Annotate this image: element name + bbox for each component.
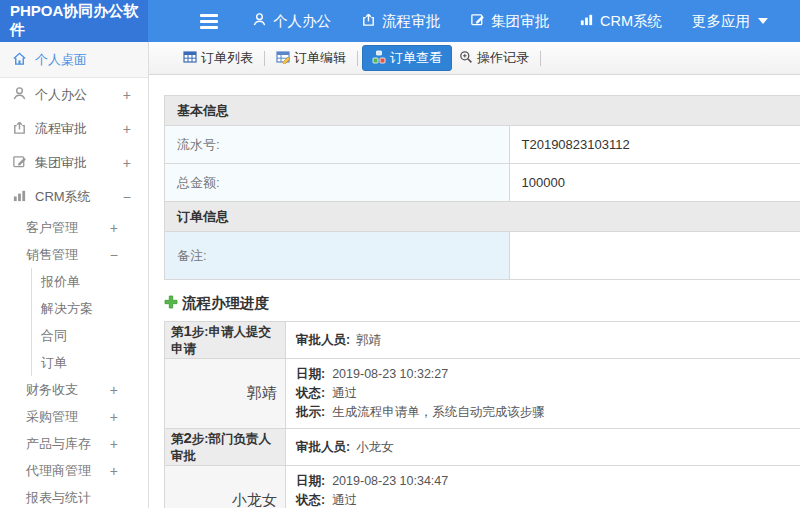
process-step-row: 第2步:部门负责人审批 审批人员:小龙女 [165,429,800,466]
expand-toggle[interactable]: + [110,463,118,479]
sidebar-item-workflow-approval[interactable]: 流程审批 + [0,112,148,146]
approval-detail-cell: 日期:2019-08-23 10:32:27 状态:通过 批示:生成流程申请单，… [286,359,800,429]
submit-arrow-icon [12,120,27,138]
tab-separator [540,51,541,66]
sidebar-label: 采购管理 [26,408,78,426]
sidebar-label: 流程审批 [35,120,87,138]
tab-order-edit[interactable]: 订单编辑 [269,45,353,71]
expand-toggle[interactable]: + [123,121,131,137]
sidebar-item-customer-mgmt[interactable]: 客户管理 + [0,214,148,241]
remark-line: 批示:生成流程申请单，系统自动完成该步骤 [296,403,800,422]
sidebar-item-personal-office[interactable]: 个人办公 + [0,78,148,112]
sidebar-item-crm[interactable]: CRM系统 − [0,180,148,214]
table-icon [183,50,197,67]
process-step-row: 第1步:申请人提交申请 审批人员:郭靖 [165,322,800,359]
tab-label: 订单编辑 [294,49,346,67]
app-logo: PHPOA协同办公软件 [0,0,148,42]
edit-square-icon [470,12,485,30]
approver-name: 小龙女 [356,440,394,454]
sidebar-label: 财务收支 [26,381,78,399]
nav-label: 流程审批 [382,12,440,31]
tab-order-view[interactable]: 订单查看 [362,45,452,71]
sidebar-item-desktop[interactable]: 个人桌面 [0,42,148,78]
remark-value [509,232,800,280]
table-row: 流水号: T20190823103112 [165,126,800,164]
expand-toggle[interactable]: + [110,220,118,236]
serial-number-value: T20190823103112 [509,126,800,164]
approver-name: 郭靖 [356,333,381,347]
nav-item-personal-office[interactable]: 个人办公 [252,12,331,31]
date-line: 日期:2019-08-23 10:32:27 [296,365,800,384]
total-amount-label: 总金额: [165,164,510,202]
sidebar-item-sales-mgmt[interactable]: 销售管理 − [0,241,148,268]
total-amount-value: 100000 [509,164,800,202]
collapse-toggle[interactable]: − [123,189,131,205]
status-line: 状态:通过 [296,384,800,403]
approver-label: 审批人员: [296,333,350,347]
approval-detail-cell: 日期:2019-08-23 10:34:47 状态:通过 批示:通过 [286,466,800,508]
sidebar-item-contract[interactable]: 合同 [31,322,148,349]
tab-label: 订单查看 [390,49,442,67]
process-section-title: 流程办理进度 [164,294,800,313]
step-label: 第2步:部门负责人审批 [165,429,286,466]
sidebar: 个人桌面 个人办公 + 流程审批 + 集团审批 + CRM系统 − 客户管理 +… [0,42,149,508]
content-area: 基本信息 流水号: T20190823103112 总金额: 100000 订单… [149,75,800,508]
process-detail-row: 郭靖 日期:2019-08-23 10:32:27 状态:通过 批示:生成流程申… [165,359,800,429]
tab-label: 操作记录 [477,49,529,67]
sidebar-item-quotation[interactable]: 报价单 [31,268,148,295]
collapse-toggle[interactable]: − [110,247,118,263]
main-area: 订单列表 订单编辑 订单查看 操作记录 基本信息 [149,42,800,508]
expand-toggle[interactable]: + [123,155,131,171]
tab-order-list[interactable]: 订单列表 [176,45,260,71]
nav-item-workflow-approval[interactable]: 流程审批 [361,12,440,31]
process-title-text: 流程办理进度 [182,294,269,313]
sidebar-label: 集团审批 [35,154,87,172]
tab-label: 订单列表 [201,49,253,67]
approver-name-cell: 郭靖 [165,359,286,429]
sidebar-item-products[interactable]: 产品与库存 + [0,430,148,457]
expand-toggle[interactable]: + [110,409,118,425]
user-icon [12,86,27,104]
process-table: 第1步:申请人提交申请 审批人员:郭靖 郭靖 日期:2019-08-23 10:… [164,321,800,508]
expand-toggle[interactable]: + [123,87,131,103]
nav-label: 更多应用 [692,12,750,31]
top-menu: 个人办公 流程审批 集团审批 CRM系统 更多应用 [252,12,768,31]
green-plus-icon [164,295,178,313]
flow-view-icon [372,50,386,67]
sidebar-label: 产品与库存 [26,435,91,453]
tab-separator [357,51,358,66]
table-row: 备注: [165,232,800,280]
step-label: 第1步:申请人提交申请 [165,322,286,359]
tab-operation-log[interactable]: 操作记录 [452,45,536,71]
expand-toggle[interactable]: + [110,436,118,452]
order-info-header: 订单信息 [165,202,800,232]
section-header-row: 订单信息 [165,202,800,232]
basic-info-header: 基本信息 [165,96,800,126]
nav-label: 集团审批 [491,12,549,31]
nav-item-crm[interactable]: CRM系统 [579,12,662,31]
date-line: 日期:2019-08-23 10:34:47 [296,472,800,491]
nav-label: CRM系统 [600,12,662,31]
sidebar-item-purchase[interactable]: 采购管理 + [0,403,148,430]
sidebar-label: 代理商管理 [26,462,91,480]
nav-item-group-approval[interactable]: 集团审批 [470,12,549,31]
sidebar-item-agents[interactable]: 代理商管理 + [0,457,148,484]
tab-bar: 订单列表 订单编辑 订单查看 操作记录 [149,42,800,75]
sidebar-item-finance[interactable]: 财务收支 + [0,376,148,403]
hamburger-menu-icon[interactable] [200,14,218,29]
sidebar-label: 解决方案 [41,300,93,318]
sidebar-label: 报表与统计 [26,489,91,507]
nav-item-more-apps[interactable]: 更多应用 [692,12,768,31]
section-header-row: 基本信息 [165,96,800,126]
table-edit-icon [276,50,290,67]
sidebar-item-reports[interactable]: 报表与统计 [0,484,148,508]
sidebar-item-solution[interactable]: 解决方案 [31,295,148,322]
edit-square-icon [12,154,27,172]
sidebar-label: 订单 [41,354,67,372]
user-icon [252,12,267,30]
sidebar-item-order[interactable]: 订单 [31,349,148,376]
expand-toggle[interactable]: + [110,382,118,398]
process-detail-row: 小龙女 日期:2019-08-23 10:34:47 状态:通过 批示:通过 [165,466,800,508]
sidebar-item-group-approval[interactable]: 集团审批 + [0,146,148,180]
approver-cell: 审批人员:小龙女 [286,429,800,466]
